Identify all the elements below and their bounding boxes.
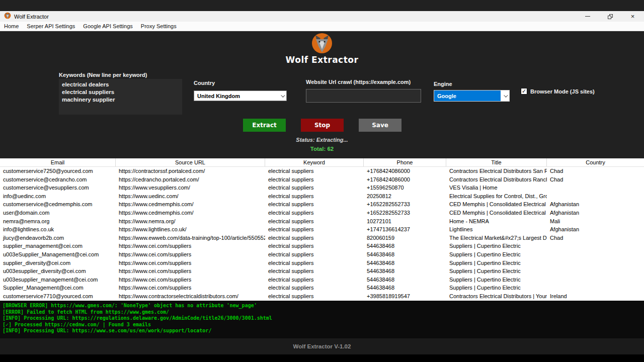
table-cell: https://www.cedmemphis.com/ — [116, 200, 265, 209]
column-header-keyword[interactable]: Keyword — [265, 158, 364, 166]
url-crawl-input[interactable] — [306, 89, 421, 103]
stop-button[interactable]: Stop — [301, 119, 344, 132]
restore-icon — [608, 14, 613, 19]
restore-button[interactable] — [599, 11, 621, 22]
version-text: Wolf Extractor V-1.02 — [293, 343, 351, 349]
titlebar: Wolf Extractor × — [0, 11, 644, 22]
table-cell: VES Visalia | Home — [446, 184, 547, 192]
table-cell: Suppliers | Cupertino Electric — [446, 276, 547, 284]
table-cell: Electrical Supplies for Control, Dist., … — [446, 192, 547, 201]
results-table: Email Source URL Keyword Phone Title Cou… — [0, 158, 644, 301]
table-row[interactable]: user@domain.comhttps://www.cedmemphis.co… — [0, 209, 644, 217]
table-cell: electrical suppliers — [265, 284, 364, 292]
browser-mode-checkbox[interactable]: ✓ — [521, 88, 527, 95]
table-cell: Contractors Electrical Distributors San … — [446, 167, 547, 175]
column-header-title[interactable]: Title — [446, 158, 547, 166]
table-row[interactable]: customerservice7710@yourced.comhttps://w… — [0, 292, 644, 301]
table-cell: https://www.ewweb.com/data-training/top-… — [116, 234, 265, 242]
table-cell: https://www.uedinc.com/ — [116, 192, 265, 201]
status-text: Status: Extracting... — [0, 137, 644, 143]
save-button[interactable]: Save — [359, 119, 401, 132]
log-line: [INFO] Processing URL: https://regulatio… — [3, 315, 641, 322]
engine-selected-value: Google — [434, 90, 501, 101]
table-row[interactable]: u003eSupplier_Management@cei.comhttps://… — [0, 250, 644, 259]
log-line: [INFO] Processing URL: https://www.se.co… — [3, 328, 641, 334]
table-cell — [547, 192, 644, 201]
table-row[interactable]: supplier_management@cei.comhttps://www.c… — [0, 242, 644, 250]
table-row[interactable]: customerservice7250@yourced.comhttps://c… — [0, 167, 644, 175]
table-row[interactable]: info@lightlines.co.ukhttps://www.lightli… — [0, 225, 644, 234]
engine-label: Engine — [434, 81, 452, 87]
column-header-source-url[interactable]: Source URL — [116, 158, 265, 166]
table-header-row: Email Source URL Keyword Phone Title Cou… — [0, 158, 644, 167]
table-cell: https://cedrancho.portalced.com/ — [116, 175, 265, 184]
log-line: [ERROR] Failed to fetch HTML from https:… — [3, 309, 641, 316]
table-cell: Chad — [547, 175, 644, 184]
table-cell: customerservice7250@yourced.com — [0, 167, 116, 175]
table-cell: 820060159 — [364, 234, 446, 242]
table-cell: electrical suppliers — [265, 217, 364, 226]
table-cell: nemra@nemra.org — [0, 217, 116, 226]
table-cell: electrical suppliers — [265, 200, 364, 209]
table-cell: electrical suppliers — [265, 175, 364, 184]
table-cell: https://www.lightlines.co.uk/ — [116, 225, 265, 234]
table-cell: 10272101 — [364, 217, 446, 226]
table-cell: jlucy@endeavorb2b.com — [0, 234, 116, 242]
column-header-phone[interactable]: Phone — [364, 158, 446, 166]
table-row[interactable]: customerservice@cedrancho.comhttps://ced… — [0, 175, 644, 184]
table-cell: Ireland — [547, 292, 644, 301]
menu-item-serper-api-settings[interactable]: Serper API Settings — [27, 23, 75, 29]
close-button[interactable]: × — [621, 11, 644, 22]
table-cell — [547, 284, 644, 292]
extract-button[interactable]: Extract — [243, 119, 286, 132]
table-cell: https://www.cedmemphis.com/ — [116, 209, 265, 217]
table-row[interactable]: u003esupplier_diversity@cei.comhttps://w… — [0, 267, 644, 276]
url-crawl-label: Website Url crawl (https://example.com) — [306, 79, 411, 85]
table-cell: Contractors Electrical Distributors Ranc… — [446, 175, 547, 184]
table-cell: Suppliers | Cupertino Electric — [446, 250, 547, 259]
keywords-label: Keywords (New line per keyword) — [59, 72, 147, 78]
table-row[interactable]: nemra@nemra.orghttps://www.nemra.org/ele… — [0, 217, 644, 226]
table-cell — [547, 184, 644, 192]
table-row[interactable]: customerservice@vesuppliers.comhttps://w… — [0, 184, 644, 192]
table-cell: electrical suppliers — [265, 267, 364, 276]
table-cell: The Electrical Market&#x27;s Largest Dis… — [446, 234, 547, 242]
table-cell: https://www.contractorselectricaldistrib… — [116, 292, 265, 301]
table-row[interactable]: info@uedinc.comhttps://www.uedinc.com/el… — [0, 192, 644, 201]
table-cell: 20250812 — [364, 192, 446, 201]
log-console[interactable]: [BROWSER ERROR] https://www.gmes.com/: '… — [0, 301, 644, 338]
table-row[interactable]: jlucy@endeavorb2b.comhttps://www.ewweb.c… — [0, 234, 644, 242]
table-cell — [547, 259, 644, 267]
table-cell: user@domain.com — [0, 209, 116, 217]
table-cell — [547, 242, 644, 250]
table-cell: +1768424086000 — [364, 167, 446, 175]
browser-mode-row: ✓ Browser Mode (JS sites) — [521, 88, 595, 95]
table-cell: electrical suppliers — [265, 225, 364, 234]
table-cell: Afghanistan — [547, 200, 644, 209]
table-row[interactable]: u003esupplier_management@cei.comhttps://… — [0, 276, 644, 284]
table-cell: info@lightlines.co.uk — [0, 225, 116, 234]
menu-item-google-api-settings[interactable]: Google API Settings — [83, 23, 132, 29]
desktop-strip-bottom — [0, 354, 644, 362]
table-row[interactable]: supplier_diversity@cei.comhttps://www.ce… — [0, 259, 644, 267]
table-cell: electrical suppliers — [265, 167, 364, 175]
table-cell: u003esupplier_management@cei.com — [0, 276, 116, 284]
column-header-country[interactable]: Country — [547, 158, 644, 166]
menu-item-proxy-settings[interactable]: Proxy Settings — [141, 23, 177, 29]
table-cell: 544638468 — [364, 242, 446, 250]
keywords-input[interactable]: electrical dealers electrical suppliers … — [59, 79, 182, 115]
chevron-down-icon — [278, 91, 286, 101]
column-header-email[interactable]: Email — [0, 158, 116, 166]
table-body: customerservice7250@yourced.comhttps://c… — [0, 167, 644, 301]
minimize-button[interactable] — [576, 11, 599, 22]
table-cell: Chad — [547, 167, 644, 175]
table-row[interactable]: Supplier_Management@cei.comhttps://www.c… — [0, 284, 644, 292]
engine-select[interactable]: Google — [434, 90, 510, 102]
menu-item-home[interactable]: Home — [4, 23, 19, 29]
country-select[interactable]: United Kingdom — [194, 90, 287, 101]
table-cell — [547, 267, 644, 276]
table-row[interactable]: customerservice@cedmemphis.comhttps://ww… — [0, 200, 644, 209]
table-cell: Suppliers | Cupertino Electric — [446, 284, 547, 292]
table-cell: electrical suppliers — [265, 242, 364, 250]
table-cell: https://www.cei.com/suppliers — [116, 284, 265, 292]
